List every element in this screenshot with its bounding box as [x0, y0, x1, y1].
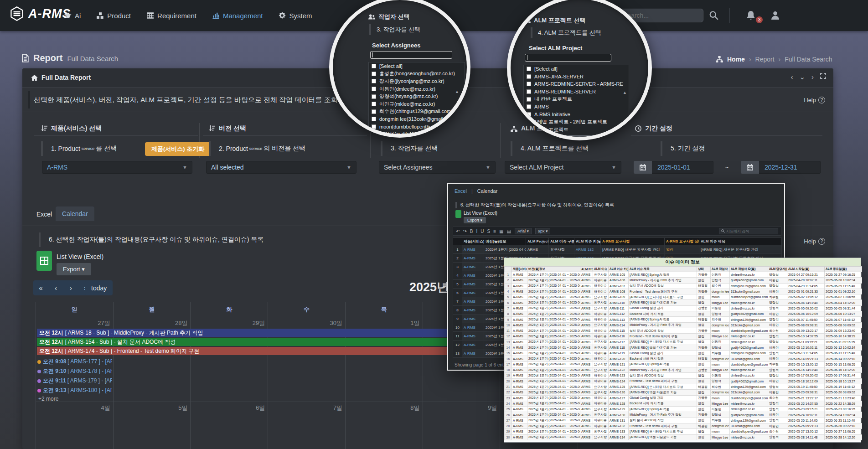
issue-column-header[interactable]: ALM 담당자(들)	[768, 267, 787, 272]
table-row[interactable]: 1A-RMS2025년 1분기 (2025-04-01 ~ 2025-06-30…	[505, 272, 862, 278]
table-row[interactable]: 1A-RMS2025년 1분기 (2025-04-01 ~ 2025-06-30…	[453, 245, 782, 254]
checkbox-icon[interactable]	[372, 102, 376, 106]
excel-column-header[interactable]: A-RMS 요구사항 상태	[665, 238, 699, 245]
calendar-event-item[interactable]: 오전 9:10[ ARMS-178 ] - [ARMS-REQ] 엑셀	[37, 367, 112, 376]
calendar-day-cell[interactable]: 7일	[268, 402, 346, 449]
issue-column-header[interactable]: ALM 이슈 제목	[629, 267, 697, 272]
checkbox-icon[interactable]	[372, 117, 376, 121]
fill-icon[interactable]: ▤	[506, 229, 511, 234]
overlay-tab-calendar[interactable]: Calendar	[477, 188, 498, 194]
table-row[interactable]: 9A-RMS2025년 1분기 (2025-04-01 ~ 2025-06-30…	[505, 317, 862, 322]
table-row[interactable]: 21A-RMS2025년 1분기 (2025-04-01 ~ 2025-06-3…	[505, 384, 862, 389]
calendar-day-cell[interactable]: 4일	[36, 402, 114, 449]
table-row[interactable]: 15A-RMS2025년 1분기 (2025-04-01 ~ 2025-06-3…	[505, 351, 862, 356]
issue-column-header[interactable]: ALM 이슈 키(들)	[609, 267, 629, 272]
bold-icon[interactable]: B	[470, 229, 473, 234]
calendar-day-cell[interactable]: 9일	[423, 402, 501, 449]
table-row[interactable]: 14A-RMS2025년 1분기 (2025-04-01 ~ 2025-06-3…	[505, 345, 862, 350]
checkbox-icon[interactable]	[372, 124, 376, 129]
breadcrumb-report[interactable]: Report	[755, 56, 775, 63]
calendar-day-cell[interactable]: 8일	[346, 402, 423, 449]
excel-column-header[interactable]	[453, 238, 462, 245]
calendar-event-item[interactable]: 오전 9:11[ ARMS-179 ] - [ARMS-REQ] 캐릭	[37, 377, 112, 385]
alm-project-select[interactable]: Select ALM Project ▼	[505, 161, 621, 174]
export-button[interactable]: Export ▾	[57, 263, 91, 275]
panel-prev-icon[interactable]: ‹	[790, 73, 793, 81]
overlay-tab-excel[interactable]: Excel	[455, 188, 467, 194]
table-row[interactable]: 16A-RMS2025년 1분기 (2025-04-01 ~ 2025-06-3…	[505, 356, 862, 361]
overlay-export-button[interactable]: Export ▾	[464, 217, 486, 223]
checkbox-icon[interactable]	[372, 87, 376, 91]
table-row[interactable]: 11A-RMS2025년 1분기 (2025-04-01 ~ 2025-06-3…	[505, 328, 862, 333]
borders-icon[interactable]: ▦	[499, 229, 503, 234]
excel-column-header[interactable]: ALM 이슈 구분	[549, 238, 574, 245]
app-logo[interactable]: A-RMS	[10, 6, 71, 21]
issue-column-header[interactable]: ALM 이슈 구분	[593, 267, 609, 272]
date-from-value[interactable]: 2025-01-01	[652, 161, 713, 174]
undo-icon[interactable]: ↶	[456, 229, 460, 234]
table-row[interactable]: 10A-RMS2025년 1분기 (2025-04-01 ~ 2025-06-3…	[505, 322, 862, 328]
nav-item-management[interactable]: Management	[212, 12, 263, 20]
scroll-up-icon[interactable]: ▲	[623, 90, 627, 95]
help-button-top[interactable]: Help ?	[804, 97, 825, 103]
tab-excel[interactable]: Excel	[36, 211, 52, 218]
alm-project-option[interactable]: [Select all]	[524, 65, 629, 73]
table-row[interactable]: 25A-RMS2025년 1분기 (2025-04-01 ~ 2025-06-3…	[505, 407, 862, 412]
issue-column-header[interactable]: ALM 작업자 ID(들)	[730, 267, 768, 272]
nav-item-ai[interactable]: Ai	[64, 12, 81, 20]
table-row[interactable]: 22A-RMS2025년 1분기 (2025-04-01 ~ 2025-06-3…	[505, 390, 862, 395]
checkbox-icon[interactable]	[372, 94, 376, 99]
excel-column-header[interactable]: ALM Project	[526, 238, 549, 245]
sheet-search-box[interactable]	[719, 228, 778, 234]
table-row[interactable]: 12A-RMS2025년 1분기 (2025-04-01 ~ 2025-06-3…	[505, 334, 862, 339]
redo-icon[interactable]: ↷	[463, 229, 466, 234]
checkbox-icon[interactable]	[527, 67, 531, 71]
date-to-field[interactable]: 2025-12-31	[741, 161, 821, 174]
font-select[interactable]: Arial ▾	[515, 228, 532, 234]
table-row[interactable]: 23A-RMS2025년 1분기 (2025-04-01 ~ 2025-06-3…	[505, 395, 862, 401]
table-row[interactable]: 2A-RMS2025년 1분기 (2025-04-01 ~ 2025-06-30…	[505, 278, 862, 283]
underline-icon[interactable]: U	[480, 229, 484, 234]
issue-column-header[interactable]: 버전(들)정보	[527, 267, 580, 272]
date-from-field[interactable]: 2025-01-01	[634, 161, 713, 174]
table-row[interactable]: 28A-RMS2025년 1분기 (2025-04-01 ~ 2025-06-3…	[505, 423, 862, 429]
alm-project-option[interactable]: ARMS-REDMINE-SERVER - ARMS-RE	[524, 80, 629, 88]
alm-project-option[interactable]: 1레벨 프로젝트 - 2레벨 프로젝트	[524, 118, 629, 126]
excel-column-header[interactable]: ALM 이슈 제목	[699, 238, 782, 245]
checkbox-icon[interactable]	[527, 74, 531, 79]
assignee-filter-input[interactable]	[370, 51, 452, 59]
checkbox-icon[interactable]	[372, 64, 376, 68]
assignee-option[interactable]: 양형석(hsyang@mz.co.kr)	[369, 93, 465, 100]
calendar-prev-button[interactable]: ‹	[48, 280, 63, 295]
product-reset-button[interactable]: 제품(서비스) 초기화	[145, 142, 211, 156]
calendar-day-cell[interactable]: 6일	[191, 402, 268, 449]
today-button[interactable]: today	[85, 280, 113, 295]
alm-filter-input[interactable]	[525, 54, 611, 62]
checkbox-icon[interactable]	[527, 89, 531, 94]
panel-next-icon[interactable]: ›	[811, 73, 814, 81]
nav-item-system[interactable]: System	[279, 12, 312, 20]
notifications-bell-icon[interactable]	[747, 11, 755, 20]
breadcrumb-home[interactable]: Home	[727, 56, 745, 63]
table-row[interactable]: 6A-RMS2025년 1분기 (2025-04-01 ~ 2025-06-30…	[505, 300, 862, 305]
table-row[interactable]: 29A-RMS2025년 1분기 (2025-04-01 ~ 2025-06-3…	[505, 429, 862, 434]
global-search-icon[interactable]	[709, 11, 718, 20]
align-justify-icon[interactable]: ≡	[493, 229, 496, 234]
checkbox-icon[interactable]	[527, 112, 531, 117]
alm-select-open[interactable]: Select ALM Project	[529, 45, 582, 52]
issue-column-header[interactable]: ALM Proj	[580, 267, 593, 272]
table-row[interactable]: 26A-RMS2025년 1분기 (2025-04-01 ~ 2025-06-3…	[505, 412, 862, 418]
issue-column-header[interactable]	[505, 267, 512, 272]
assignee-select-open[interactable]: Select Assignees	[372, 42, 420, 49]
assignee-option[interactable]: 홍성훈(hongseonghun@mz.co.kr)	[369, 70, 465, 78]
issue-column-header[interactable]: ALM 작업자	[711, 267, 730, 272]
table-row[interactable]: 18A-RMS2025년 1분기 (2025-04-01 ~ 2025-06-3…	[505, 367, 862, 373]
user-profile-icon[interactable]	[771, 11, 779, 20]
assignee-option[interactable]: [Select all]	[369, 62, 465, 70]
table-row[interactable]: 17A-RMS2025년 1분기 (2025-04-01 ~ 2025-06-3…	[505, 361, 862, 367]
calendar-event-item[interactable]: 오전 9:13[ ARMS-180 ] - [ARMS-REQ] 상태 2	[37, 386, 112, 395]
calendar-day-cell[interactable]: 5일	[114, 402, 191, 449]
search-input[interactable]	[623, 12, 696, 19]
checkbox-icon[interactable]	[527, 82, 531, 86]
nav-item-product[interactable]: Product	[96, 12, 131, 20]
